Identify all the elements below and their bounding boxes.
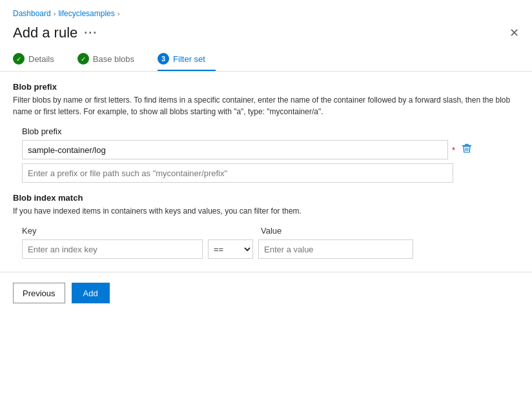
more-options-icon[interactable]: ··· <box>84 26 97 40</box>
delete-prefix-icon[interactable] <box>459 142 475 157</box>
blob-prefix-section: Blob prefix Filter blobs by name or firs… <box>13 82 519 183</box>
kv-value-label: Value <box>261 226 281 236</box>
kv-input-row: == != > >= < <= <box>13 239 519 259</box>
tab-filter-set-label: Filter set <box>173 54 205 64</box>
close-icon[interactable]: ✕ <box>509 27 519 39</box>
breadcrumb-sep-2: › <box>118 10 120 17</box>
blob-prefix-field-label: Blob prefix <box>13 127 519 136</box>
breadcrumb-dashboard[interactable]: Dashboard <box>13 9 51 18</box>
tab-details[interactable]: ✓ Details <box>13 48 65 71</box>
tab-filter-set-num: 3 <box>158 53 169 65</box>
blob-prefix-input[interactable] <box>22 140 448 159</box>
kv-header: Key Value <box>13 226 519 236</box>
tab-base-blobs-label: Base blobs <box>93 54 134 64</box>
kv-operator-wrapper: == != > >= < <= <box>208 239 253 259</box>
svg-rect-0 <box>462 145 471 147</box>
header-left: Add a rule ··· <box>13 25 97 41</box>
main-content: Blob prefix Filter blobs by name or firs… <box>0 72 532 259</box>
blob-index-section-title: Blob index match <box>13 193 519 203</box>
kv-operator-select[interactable]: == != > >= < <= <box>208 239 253 259</box>
breadcrumb-sep-1: › <box>54 10 56 17</box>
breadcrumb-lifecyclesamples[interactable]: lifecyclesamples <box>58 9 114 18</box>
blob-prefix-placeholder-input[interactable] <box>22 163 453 183</box>
blob-prefix-placeholder-row <box>13 163 519 183</box>
required-indicator: * <box>452 145 455 155</box>
footer: Previous Add <box>0 272 532 314</box>
tab-base-blobs[interactable]: ✓ Base blobs <box>77 48 145 71</box>
add-button[interactable]: Add <box>72 283 110 303</box>
breadcrumb: Dashboard › lifecyclesamples › <box>0 0 532 22</box>
blob-prefix-section-desc: Filter blobs by name or first letters. T… <box>13 94 519 117</box>
kv-key-label: Key <box>22 226 203 236</box>
page-container: Dashboard › lifecyclesamples › Add a rul… <box>0 0 532 395</box>
svg-rect-1 <box>465 144 469 145</box>
tab-details-label: Details <box>28 54 54 64</box>
blob-index-match-section: Blob index match If you have indexed ite… <box>13 193 519 259</box>
tab-filter-set[interactable]: 3 Filter set <box>158 48 216 71</box>
kv-key-input[interactable] <box>22 239 203 259</box>
blob-prefix-input-row: * <box>13 140 519 159</box>
tabs-bar: ✓ Details ✓ Base blobs 3 Filter set <box>0 48 532 72</box>
page-title: Add a rule <box>13 25 77 41</box>
blob-prefix-section-title: Blob prefix <box>13 82 519 92</box>
header: Add a rule ··· ✕ <box>0 22 532 48</box>
tab-base-blobs-check: ✓ <box>77 53 89 65</box>
tab-details-check: ✓ <box>13 53 25 65</box>
previous-button[interactable]: Previous <box>13 283 65 303</box>
kv-value-input[interactable] <box>258 239 413 259</box>
blob-index-section-desc: If you have indexed items in containers … <box>13 205 519 217</box>
